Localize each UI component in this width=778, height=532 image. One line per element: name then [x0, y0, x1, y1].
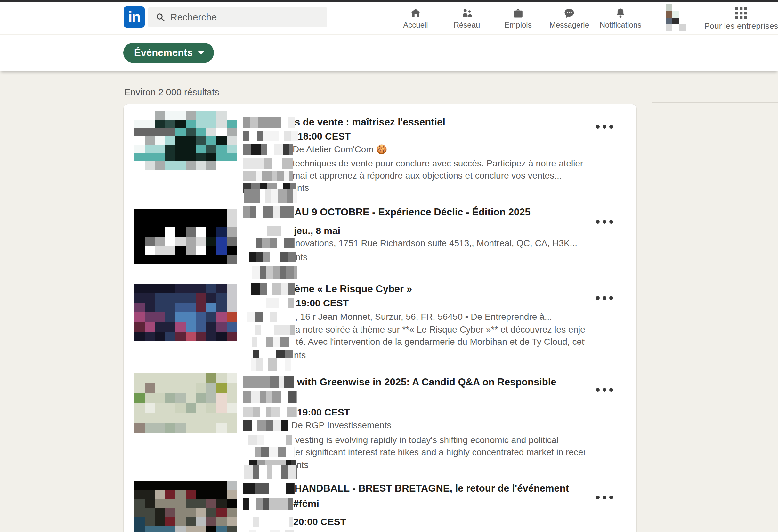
nav-label: Accueil: [403, 20, 428, 29]
messaging-icon: [563, 7, 575, 19]
search-input[interactable]: [170, 12, 311, 23]
global-nav: in Accueil Réseau Emp: [0, 2, 778, 34]
event-title-redacted-line: [243, 391, 585, 403]
redacted-text: [243, 252, 296, 262]
redacted-text: [252, 337, 296, 347]
event-thumbnail: [135, 373, 238, 472]
event-body: with Greenwise in 2025: A Candid Q&A on …: [243, 370, 627, 472]
nav-item-messagerie[interactable]: Messagerie: [544, 4, 595, 34]
nav-item-emplois[interactable]: Emplois: [492, 4, 544, 34]
event-card[interactable]: AU 9 OCTOBRE - Expérience Déclic - Éditi…: [124, 196, 636, 272]
redacted-text: [243, 144, 293, 155]
search-results-card: s de vente : maîtrisez l'essentiel 18:00…: [123, 104, 637, 532]
avatar[interactable]: [666, 4, 686, 31]
redacted-text: [243, 116, 295, 128]
overflow-menu-button[interactable]: [595, 218, 614, 225]
right-rail-card-edge: [652, 102, 778, 103]
bell-icon: [615, 7, 626, 19]
nav-label: Notifications: [600, 20, 642, 29]
nav-label: Messagerie: [549, 20, 589, 29]
event-datetime: 20:00 CEST: [243, 515, 585, 528]
nav-item-reseau[interactable]: Réseau: [441, 4, 492, 34]
events-filter-label: Événements: [134, 47, 193, 59]
event-thumbnail: [135, 284, 238, 364]
redacted-text: [256, 238, 295, 248]
nav-item-pour-les-entreprises[interactable]: Pour les entreprises: [704, 4, 778, 34]
network-icon: [461, 7, 473, 19]
redacted-text: [243, 435, 295, 445]
event-title: #fémi: [243, 497, 585, 511]
linkedin-logo[interactable]: in: [124, 6, 145, 27]
nav-label: Emplois: [504, 20, 532, 29]
overflow-menu-button[interactable]: [595, 123, 614, 130]
redacted-text: [247, 312, 295, 322]
caret-down-icon: [198, 51, 204, 55]
redacted-text: [243, 171, 293, 181]
redacted-text: [244, 358, 297, 371]
event-description: vesting is evolving rapidly in today's s…: [243, 434, 585, 446]
event-description: a notre soirée à thème sur **« Le Risque…: [243, 324, 585, 336]
redacted-text: [243, 131, 298, 142]
event-location: novations, 1751 Rue Richardson suite 451…: [243, 237, 585, 249]
events-filter-button[interactable]: Événements: [123, 42, 214, 63]
pixelated-image: [135, 481, 238, 532]
search-icon: [156, 12, 165, 22]
grid-icon: [735, 7, 747, 19]
nav-items: Accueil Réseau Emplois Messag: [390, 4, 646, 34]
nav-item-notifications[interactable]: Notifications: [595, 4, 646, 34]
redacted-text: [243, 283, 295, 295]
event-body: AU 9 OCTOBRE - Expérience Déclic - Éditi…: [243, 202, 627, 272]
event-card[interactable]: s de vente : maîtrisez l'essentiel 18:00…: [124, 104, 636, 196]
redacted-text: [243, 376, 297, 388]
redacted-text: [243, 407, 297, 418]
overflow-menu-button[interactable]: [595, 387, 614, 393]
overflow-menu-button[interactable]: [595, 494, 614, 501]
nav-label: Pour les entreprises: [704, 21, 778, 31]
event-datetime: 19:00 CEST: [243, 406, 585, 419]
pixelated-image: [135, 209, 238, 264]
event-title: s de vente : maîtrisez l'essentiel: [243, 115, 585, 129]
pixelated-image: [135, 284, 238, 341]
nav-label: Réseau: [454, 20, 480, 29]
redacted-text: [252, 298, 296, 308]
event-thumbnail: [135, 209, 238, 272]
event-body: s de vente : maîtrisez l'essentiel 18:00…: [243, 110, 627, 196]
window-top-strip: [0, 0, 778, 2]
event-card[interactable]: HANDBALL - BREST BRETAGNE, le retour de …: [124, 472, 636, 532]
event-description: er significant interest rate hikes and a…: [243, 446, 585, 458]
redacted-text: [244, 266, 297, 279]
redacted-text: [247, 325, 295, 335]
event-organizer: De RGP Investissements: [243, 419, 585, 432]
redacted-text: [243, 517, 293, 527]
event-location: , 16 r Jean Monnet, Surzur, 56, FR, 5645…: [243, 311, 585, 323]
event-thumbnail: [135, 111, 238, 196]
pixelated-image: [135, 373, 238, 433]
nav-divider: [698, 6, 698, 32]
home-icon: [410, 7, 421, 19]
results-count: Environ 2 000 résultats: [124, 87, 219, 98]
redacted-text: [243, 159, 293, 169]
search-box[interactable]: [148, 7, 327, 27]
event-description: mai et apprenez à répondre aux objection…: [243, 170, 585, 182]
event-title: HANDBALL - BREST BRETAGNE, le retour de …: [243, 481, 585, 496]
event-thumbnail: [135, 481, 238, 532]
redacted-text: [243, 447, 295, 457]
redacted-text: [243, 483, 295, 494]
event-description: techniques de vente pour conclure avec s…: [243, 158, 585, 170]
event-card[interactable]: ème « Le Risque Cyber » 19:00 CEST , 16 …: [124, 272, 636, 364]
event-description: té. Avec l'intervention de la gendarmeri…: [243, 336, 585, 348]
event-body: HANDBALL - BREST BRETAGNE, le retour de …: [243, 477, 627, 532]
overflow-menu-button[interactable]: [595, 295, 614, 301]
event-card[interactable]: with Greenwise in 2025: A Candid Q&A on …: [124, 364, 636, 472]
event-title: AU 9 OCTOBRE - Expérience Déclic - Éditi…: [243, 205, 585, 219]
redacted-text: [243, 530, 295, 532]
event-datetime: 19:00 CEST: [243, 297, 585, 309]
briefcase-icon: [512, 7, 524, 19]
filter-bar: Événements: [0, 34, 778, 71]
event-body: ème « Le Risque Cyber » 19:00 CEST , 16 …: [243, 278, 627, 364]
nav-item-accueil[interactable]: Accueil: [390, 4, 441, 34]
redacted-text: [243, 420, 291, 431]
event-datetime: jeu., 8 mai: [243, 225, 585, 237]
redacted-text: [244, 189, 297, 203]
redacted-text: [244, 465, 297, 478]
